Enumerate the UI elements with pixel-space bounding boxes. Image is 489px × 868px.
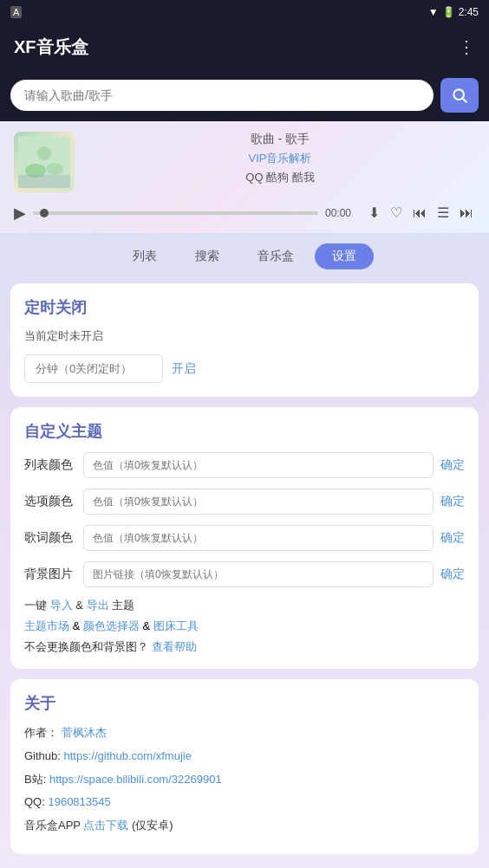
about-qq-row: QQ: 1960813545 [24, 794, 465, 812]
theme-suffix: 主题 [112, 599, 134, 612]
playlist-button[interactable]: ☰ [435, 203, 451, 223]
svg-point-5 [46, 163, 63, 175]
search-area [0, 69, 489, 121]
bg-image-confirm[interactable]: 确定 [440, 567, 465, 582]
import-link[interactable]: 导入 [50, 599, 73, 612]
next-button[interactable]: ⏭ [458, 204, 475, 223]
time-display: 2:45 [459, 6, 479, 18]
about-title: 关于 [24, 693, 465, 714]
github-label: Github: [24, 749, 64, 762]
battery-icon: 🔋 [442, 6, 455, 18]
svg-line-1 [463, 99, 467, 103]
author-label: 作者： [24, 726, 58, 739]
player-area: 歌曲 - 歌手 VIP音乐解析 QQ 酷狗 酷我 ▶ 00:00 ⬇ ♡ ⏮ ☰… [0, 121, 489, 233]
lyrics-color-confirm[interactable]: 确定 [440, 530, 465, 546]
prev-button[interactable]: ⏮ [411, 204, 428, 223]
theme-row-bg: 背景图片 确定 [24, 561, 465, 587]
progress-bar[interactable] [33, 211, 318, 215]
qq-label: QQ: [24, 795, 48, 808]
about-app-row: 音乐盒APP 点击下载 (仅安卓) [24, 817, 465, 835]
song-title: 歌曲 - 歌手 [85, 132, 475, 147]
bili-label: B站: [24, 773, 49, 786]
and-text-1: & [75, 599, 83, 612]
qq-link[interactable]: 1960813545 [48, 795, 110, 808]
help-link[interactable]: 查看帮助 [152, 640, 197, 653]
album-art-image [18, 136, 70, 188]
about-author-row: 作者： 菅枫沐杰 [24, 724, 465, 742]
player-info: 歌曲 - 歌手 VIP音乐解析 QQ 酷狗 酷我 [85, 132, 475, 185]
timer-input[interactable] [24, 354, 163, 383]
no-change-row: 不会更换颜色和背景图？ 查看帮助 [24, 639, 465, 655]
timer-input-row: 开启 [24, 354, 465, 383]
timer-title: 定时关闭 [24, 297, 465, 318]
search-button[interactable] [440, 78, 479, 113]
status-left: A [10, 6, 22, 18]
timer-card: 定时关闭 当前定时未开启 开启 [10, 283, 479, 397]
bg-image-label: 背景图片 [24, 567, 76, 582]
tab-musicbox[interactable]: 音乐盒 [240, 243, 311, 269]
and-text-3: & [143, 619, 153, 632]
export-link[interactable]: 导出 [87, 599, 109, 612]
svg-point-0 [453, 89, 464, 100]
lyrics-color-input[interactable] [83, 525, 434, 551]
sources-label: QQ 酷狗 酷我 [85, 170, 475, 185]
and-text-2: & [73, 619, 83, 632]
author-link[interactable]: 菅枫沐杰 [62, 726, 107, 739]
play-button[interactable]: ▶ [14, 204, 26, 223]
tab-search[interactable]: 搜索 [178, 243, 237, 269]
one-key-row: 一键 导入 & 导出 主题 [24, 598, 465, 613]
theme-row-lyrics: 歌词颜色 确定 [24, 525, 465, 551]
bili-link[interactable]: https://space.bilibili.com/32269901 [49, 773, 222, 786]
app-label: 音乐盒APP [24, 819, 81, 832]
search-input[interactable] [10, 80, 434, 111]
bed-tool-link[interactable]: 图床工具 [153, 619, 199, 632]
svg-rect-6 [18, 175, 70, 188]
list-color-confirm[interactable]: 确定 [440, 457, 465, 473]
timer-subtitle: 当前定时未开启 [24, 328, 465, 344]
option-color-input[interactable] [83, 489, 434, 515]
tab-list[interactable]: 列表 [115, 243, 174, 269]
progress-dot [40, 209, 49, 217]
download-suffix: (仅安卓) [132, 819, 173, 832]
svg-point-3 [37, 146, 51, 160]
option-color-confirm[interactable]: 确定 [440, 494, 465, 509]
status-bar: A ▼ 🔋 2:45 [0, 0, 489, 24]
one-key-text: 一键 [24, 599, 47, 612]
color-picker-link[interactable]: 颜色选择器 [83, 619, 140, 632]
app-title: XF音乐盒 [14, 36, 88, 59]
main-content: 列表 搜索 音乐盒 设置 定时关闭 当前定时未开启 开启 自定义主题 列表颜色 … [0, 233, 489, 868]
timer-enable-button[interactable]: 开启 [172, 361, 196, 377]
album-art [14, 132, 75, 192]
links-row: 主题市场 & 颜色选择器 & 图床工具 [24, 619, 465, 634]
app-icon: A [10, 6, 22, 18]
download-button[interactable]: ⬇ [367, 203, 381, 223]
market-link[interactable]: 主题市场 [24, 619, 69, 632]
search-icon [451, 87, 468, 104]
about-bili-row: B站: https://space.bilibili.com/32269901 [24, 771, 465, 789]
about-card: 关于 作者： 菅枫沐杰 Github: https://github.com/x… [10, 679, 479, 854]
tab-settings[interactable]: 设置 [315, 243, 374, 269]
no-change-text: 不会更换颜色和背景图？ [24, 640, 148, 653]
vip-label: VIP音乐解析 [85, 151, 475, 166]
favorite-button[interactable]: ♡ [388, 203, 404, 223]
lyrics-color-label: 歌词颜色 [24, 530, 76, 546]
github-link[interactable]: https://github.com/xfmujie [64, 749, 192, 762]
top-bar: XF音乐盒 ⋮ [0, 24, 489, 69]
about-github-row: Github: https://github.com/xfmujie [24, 748, 465, 766]
theme-title: 自定义主题 [24, 421, 465, 442]
bg-image-input[interactable] [83, 561, 434, 587]
tabs: 列表 搜索 音乐盒 设置 [10, 243, 479, 269]
list-color-input[interactable] [83, 452, 434, 478]
theme-row-list: 列表颜色 确定 [24, 452, 465, 478]
theme-card: 自定义主题 列表颜色 确定 选项颜色 确定 歌词颜色 确定 背景图片 确定 一键… [10, 407, 479, 669]
download-link[interactable]: 点击下载 [83, 819, 128, 832]
player-controls: ▶ 00:00 ⬇ ♡ ⏮ ☰ ⏭ [14, 199, 475, 223]
menu-button[interactable]: ⋮ [458, 36, 475, 57]
player-top: 歌曲 - 歌手 VIP音乐解析 QQ 酷狗 酷我 [14, 132, 475, 192]
theme-row-option: 选项颜色 确定 [24, 489, 465, 515]
wifi-icon: ▼ [428, 6, 439, 18]
time-display: 00:00 [325, 207, 360, 219]
status-right: ▼ 🔋 2:45 [428, 6, 479, 18]
list-color-label: 列表颜色 [24, 457, 76, 473]
option-color-label: 选项颜色 [24, 494, 76, 509]
